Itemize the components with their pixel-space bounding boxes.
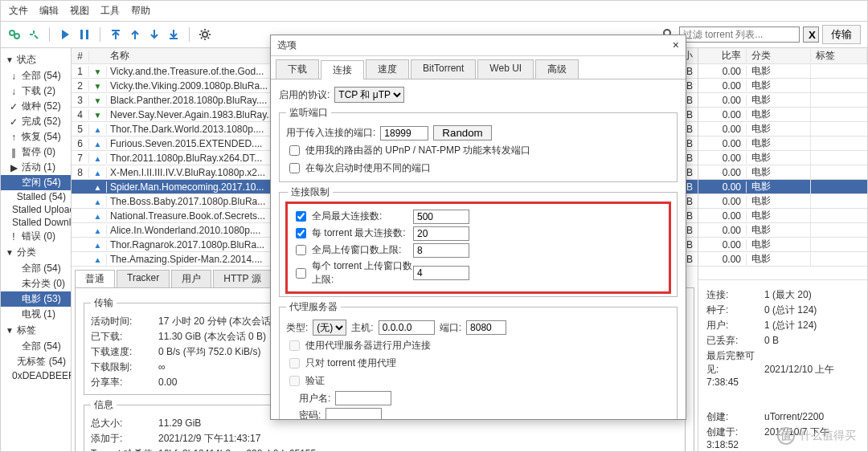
proxy-type-select[interactable]: (无): [313, 320, 346, 336]
right-row[interactable]: 0.00电影: [698, 223, 867, 238]
per-torrent-max-conn-input[interactable]: [413, 226, 469, 241]
dialog-tab-2[interactable]: 速度: [366, 59, 409, 79]
menu-file[interactable]: 文件: [9, 4, 28, 18]
resume-icon[interactable]: [58, 27, 72, 42]
sidebar-status-item-5[interactable]: ‖暂停 (0): [1, 145, 71, 160]
dialog-tab-1[interactable]: 连接: [321, 60, 364, 79]
random-port-button[interactable]: Random: [433, 125, 491, 140]
sidebar-category-item-2[interactable]: 电影 (53): [1, 291, 71, 307]
sidebar-status-item-1[interactable]: ↓下载 (2): [1, 83, 71, 99]
sidebar-status-header[interactable]: ▼状态: [1, 51, 71, 68]
sidebar-tag-item-1[interactable]: 无标签 (54): [1, 354, 71, 369]
upnp-checkbox[interactable]: 使用我的路由器的 UPnP / NAT-PMP 功能来转发端口: [286, 143, 530, 158]
direction-icon: ▲: [94, 169, 102, 177]
move-bottom-icon[interactable]: [166, 27, 181, 42]
right-row[interactable]: 0.00电影: [698, 136, 867, 151]
status-icon: ▶: [9, 162, 18, 173]
sidebar-status-item-4[interactable]: ↑恢复 (54): [1, 129, 71, 145]
close-icon[interactable]: ×: [673, 39, 679, 52]
sidebar-status-item-6[interactable]: ▶活动 (1): [1, 160, 71, 175]
dialog-tab-0[interactable]: 下载: [276, 59, 319, 79]
detail-tab-2[interactable]: 用户: [171, 270, 211, 287]
sidebar: ▼状态 ↓全部 (54)↓下载 (2)✓做种 (52)✓完成 (52)↑恢复 (…: [1, 48, 72, 452]
listen-port-input[interactable]: [380, 126, 428, 140]
right-row[interactable]: 0.00电影: [698, 122, 867, 136]
clear-filter-button[interactable]: X: [803, 26, 819, 43]
direction-icon: ▲: [94, 226, 102, 235]
proxy-pass-input[interactable]: [326, 408, 382, 419]
proxy-auth-checkbox[interactable]: 验证: [286, 373, 325, 389]
right-row[interactable]: 0.00电影: [698, 64, 867, 79]
sidebar-tag-item-2[interactable]: 0xDEADBEEF (0): [1, 369, 71, 382]
sidebar-status-item-11[interactable]: !错误 (0): [1, 229, 71, 244]
sidebar-status-item-3[interactable]: ✓完成 (52): [1, 114, 71, 129]
right-row[interactable]: 0.00电影: [698, 79, 867, 93]
global-upload-slots-input[interactable]: [413, 243, 469, 258]
proxy-port-input[interactable]: [466, 320, 506, 335]
filter-input[interactable]: [679, 26, 800, 43]
dialog-tab-5[interactable]: 高级: [535, 59, 579, 79]
global-upload-slots-checkbox[interactable]: [296, 245, 306, 255]
protocol-select[interactable]: TCP 和 μTP: [334, 87, 404, 103]
per-torrent-upload-slots-input[interactable]: [413, 266, 469, 280]
sidebar-category-header[interactable]: ▼分类: [1, 244, 71, 261]
direction-icon: ▲: [94, 212, 102, 221]
right-row[interactable]: 0.00电影: [698, 93, 867, 108]
menu-edit[interactable]: 编辑: [39, 4, 59, 18]
right-row[interactable]: 0.00电影: [698, 252, 867, 267]
sidebar-status-item-9[interactable]: Stalled Uploadi...: [1, 203, 71, 216]
move-up-icon[interactable]: [128, 27, 142, 42]
right-row[interactable]: 0.00电影: [698, 194, 867, 209]
sidebar-status-item-10[interactable]: Stalled Downlo...: [1, 216, 71, 229]
menu-tools[interactable]: 工具: [100, 4, 120, 18]
sidebar-status-item-0[interactable]: ↓全部 (54): [1, 68, 71, 83]
sidebar-item-label: 电视 (1): [22, 307, 55, 321]
add-url-icon[interactable]: [27, 27, 41, 42]
svg-rect-2: [80, 30, 83, 39]
sidebar-status-item-2[interactable]: ✓做种 (52): [1, 99, 71, 114]
sidebar-item-label: 活动 (1): [22, 161, 55, 174]
dialog-tab-4[interactable]: Web UI: [477, 59, 534, 79]
settings-icon[interactable]: [198, 27, 212, 42]
sidebar-category-item-0[interactable]: 全部 (54): [1, 261, 71, 276]
detail-tab-1[interactable]: Tracker: [117, 270, 170, 287]
per-torrent-max-conn-checkbox[interactable]: [296, 228, 306, 238]
sidebar-item-label: 全部 (54): [22, 69, 61, 83]
move-top-icon[interactable]: [108, 27, 123, 42]
right-row[interactable]: 0.00电影: [698, 165, 867, 180]
detail-tab-3[interactable]: HTTP 源: [213, 270, 271, 287]
sidebar-status-item-7[interactable]: 空闲 (54): [1, 175, 71, 190]
sidebar-item-label: 未分类 (0): [22, 277, 65, 291]
sidebar-status-item-8[interactable]: Stalled (54): [1, 190, 71, 203]
separator: [49, 27, 50, 42]
proxy-only-torrent-checkbox[interactable]: 只对 torrent 使用代理: [286, 356, 396, 371]
sidebar-tag-item-0[interactable]: 全部 (54): [1, 339, 71, 354]
direction-icon: ▲: [94, 255, 102, 264]
menu-help[interactable]: 帮助: [131, 4, 150, 18]
global-max-conn-checkbox[interactable]: [296, 211, 306, 222]
sidebar-category-item-3[interactable]: 电视 (1): [1, 307, 71, 322]
sidebar-category-item-1[interactable]: 未分类 (0): [1, 276, 71, 291]
per-torrent-upload-slots-checkbox[interactable]: [296, 268, 306, 279]
global-max-conn-input[interactable]: [413, 210, 469, 224]
right-row[interactable]: 0.00电影: [698, 238, 867, 252]
sidebar-tags-header[interactable]: ▼标签: [1, 322, 71, 339]
sidebar-item-label: 0xDEADBEEF (0): [12, 370, 71, 381]
open-torrent-icon[interactable]: [7, 27, 22, 42]
proxy-user-input[interactable]: [335, 391, 391, 405]
move-down-icon[interactable]: [147, 27, 162, 42]
menu-view[interactable]: 视图: [70, 4, 89, 18]
pause-icon[interactable]: [77, 27, 92, 42]
sidebar-item-label: 暂停 (0): [22, 145, 55, 159]
right-row[interactable]: 0.00电影: [698, 108, 867, 122]
proxy-host-input[interactable]: [379, 320, 435, 335]
proxy-peer-conn-checkbox[interactable]: 使用代理服务器进行用户连接: [286, 338, 431, 353]
transfer-button[interactable]: 传输: [822, 25, 861, 44]
direction-icon: ▲: [94, 154, 102, 163]
detail-tab-0[interactable]: 普通: [75, 270, 115, 287]
dialog-tab-3[interactable]: BitTorrent: [411, 59, 476, 79]
random-start-checkbox[interactable]: 在每次启动时使用不同的端口: [286, 161, 431, 176]
right-row[interactable]: 0.00电影: [698, 209, 867, 223]
right-row[interactable]: 0.00电影: [698, 151, 867, 165]
right-row[interactable]: 0.00电影: [698, 180, 867, 194]
